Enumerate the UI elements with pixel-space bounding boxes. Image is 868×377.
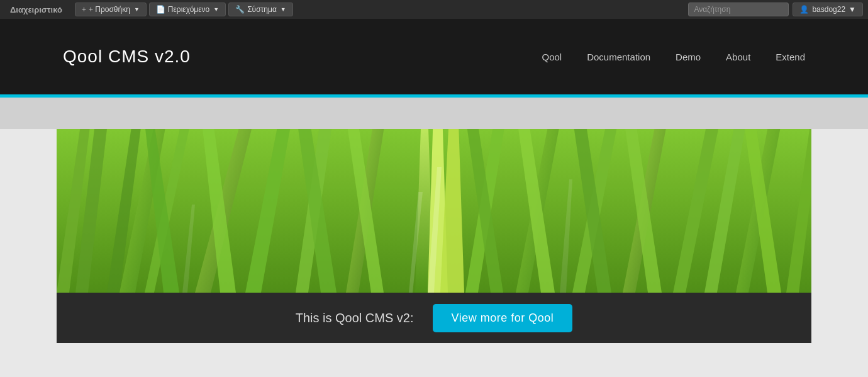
caption-text: This is Qool CMS v2: (296, 311, 414, 325)
nav-item-qool[interactable]: Qool (542, 52, 562, 62)
hero-image (57, 129, 811, 293)
hero-caption: This is Qool CMS v2: View more for Qool (57, 293, 811, 343)
content-button[interactable]: 📄 Περιεχόμενο ▼ (149, 3, 226, 16)
view-more-button[interactable]: View more for Qool (433, 304, 573, 332)
system-button[interactable]: 🔧 Σύστημα ▼ (228, 3, 293, 16)
hero-section: This is Qool CMS v2: View more for Qool (57, 129, 811, 343)
user-button[interactable]: 👤 basdog22 ▼ (793, 3, 863, 16)
add-button[interactable]: + + Προσθήκη ▼ (75, 3, 147, 16)
file-icon: 📄 (156, 5, 165, 14)
nav-item-documentation[interactable]: Documentation (587, 52, 650, 62)
admin-right: 👤 basdog22 ▼ (688, 3, 863, 16)
nav-item-extend[interactable]: Extend (776, 52, 805, 62)
site-logo: Qool CMS v2.0 (63, 47, 191, 67)
nav-item-about[interactable]: About (726, 52, 750, 62)
caret-icon: ▼ (134, 6, 140, 13)
caret-icon: ▼ (849, 5, 856, 14)
plus-icon: + (82, 5, 86, 14)
site-nav: Qool Documentation Demo About Extend (542, 52, 805, 62)
caret-icon: ▼ (213, 6, 219, 13)
search-input[interactable] (688, 3, 789, 16)
site-header: Qool CMS v2.0 Qool Documentation Demo Ab… (0, 19, 868, 94)
admin-bar: Διαχειριστικό + + Προσθήκη ▼ 📄 Περιεχόμε… (0, 0, 868, 19)
caret-icon: ▼ (281, 6, 286, 13)
user-icon: 👤 (799, 5, 809, 14)
wrench-icon: 🔧 (235, 5, 245, 14)
nav-item-demo[interactable]: Demo (676, 52, 701, 62)
header-spacer (0, 98, 868, 129)
admin-brand: Διαχειριστικό (5, 5, 67, 14)
